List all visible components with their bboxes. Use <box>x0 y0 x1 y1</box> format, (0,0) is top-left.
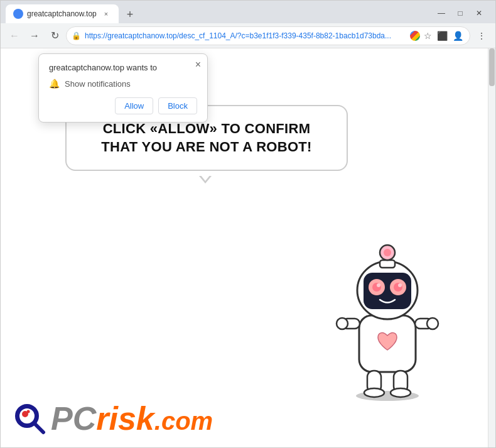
svg-rect-19 <box>380 260 395 268</box>
forward-button[interactable]: → <box>26 27 43 45</box>
svg-point-18 <box>398 283 402 287</box>
scrollbar[interactable] <box>488 48 495 447</box>
svg-point-17 <box>377 283 380 287</box>
block-button[interactable]: Block <box>158 97 197 114</box>
google-logo-icon <box>410 31 420 41</box>
bubble-text: CLICK «ALLOW» TO CONFIRM THAT YOU ARE NO… <box>85 120 328 156</box>
svg-point-9 <box>391 388 411 397</box>
logo-risk: risk <box>96 400 154 437</box>
address-bar[interactable]: 🔒 https://greatcaptchanow.top/desc_cf_11… <box>66 26 470 45</box>
bell-icon: 🔔 <box>49 79 60 89</box>
logo-pc: PC <box>51 400 96 437</box>
permission-text: Show notifications <box>65 79 131 89</box>
tab-title: greatcaptchanow.top <box>27 9 97 18</box>
svg-line-26 <box>35 424 43 432</box>
scrollbar-thumb[interactable] <box>489 48 495 86</box>
window-controls: — □ ✕ <box>433 6 490 23</box>
tab-favicon <box>13 9 23 19</box>
svg-point-25 <box>27 410 30 413</box>
allow-button[interactable]: Allow <box>115 97 153 114</box>
svg-point-5 <box>427 318 438 329</box>
popup-title: greatcaptchanow.top wants to <box>49 63 197 72</box>
popup-buttons: Allow Block <box>49 97 197 114</box>
active-tab[interactable]: greatcaptchanow.top × <box>6 4 119 23</box>
address-right-icons: ☆ ⬛ 👤 <box>410 30 465 42</box>
popup-permission: 🔔 Show notifications <box>49 79 197 89</box>
tab-close-button[interactable]: × <box>101 9 111 19</box>
popup-close-button[interactable]: × <box>195 59 201 70</box>
robot-illustration <box>325 234 450 397</box>
bookmark-icon[interactable]: ☆ <box>423 30 433 42</box>
logo-text: PCrisk.com <box>51 400 213 437</box>
svg-point-4 <box>337 318 348 329</box>
svg-point-8 <box>364 388 384 397</box>
minimize-button[interactable]: — <box>433 6 450 21</box>
extension-icon[interactable]: ⬛ <box>436 30 449 42</box>
browser-window: greatcaptchanow.top × + — □ ✕ ← → ↻ 🔒 ht… <box>0 0 496 448</box>
maximize-button[interactable]: □ <box>451 6 469 21</box>
new-tab-button[interactable]: + <box>121 6 139 23</box>
toolbar-right: ⋮ <box>473 27 490 45</box>
tab-bar: greatcaptchanow.top × + — □ ✕ <box>1 1 495 23</box>
close-button[interactable]: ✕ <box>470 6 488 21</box>
notification-popup: × greatcaptchanow.top wants to 🔔 Show no… <box>38 53 208 123</box>
logo-dot-com: .com <box>154 407 213 435</box>
back-button[interactable]: ← <box>6 27 23 45</box>
logo-area: PCrisk.com <box>13 400 213 437</box>
page-content: × greatcaptchanow.top wants to 🔔 Show no… <box>1 48 495 447</box>
svg-point-21 <box>384 249 391 256</box>
refresh-button[interactable]: ↻ <box>46 27 63 45</box>
toolbar: ← → ↻ 🔒 https://greatcaptchanow.top/desc… <box>1 23 495 48</box>
profile-icon[interactable]: 👤 <box>451 30 465 42</box>
pcrisk-logo-icon <box>13 402 46 435</box>
address-text: https://greatcaptchanow.top/desc_cf_1104… <box>85 31 406 40</box>
extensions-button[interactable]: ⋮ <box>473 27 490 45</box>
lock-icon: 🔒 <box>72 31 81 40</box>
robot-svg <box>325 234 450 403</box>
